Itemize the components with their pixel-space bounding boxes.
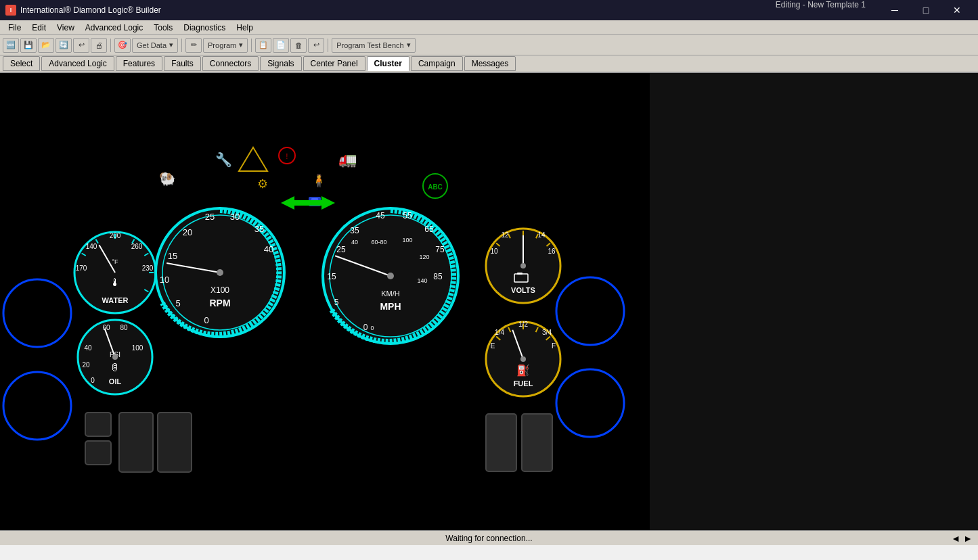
ptb-arrow: ▾ [407,41,411,49]
statusbar: Waiting for connection... ◄ ► [0,530,978,545]
close-button[interactable]: ✕ [941,0,973,20]
svg-text:16: 16 [548,248,556,255]
rpm-gauge: 20 25 30 35 40 15 10 5 0 X100 RPM [156,208,284,337]
dash-btn-6[interactable] [522,414,552,471]
status-icon-right: ► [963,533,973,544]
svg-text:120: 120 [419,254,429,260]
svg-text:230: 230 [142,264,154,272]
svg-text:35: 35 [350,226,359,235]
svg-text:100: 100 [132,344,143,352]
svg-text:VOLTS: VOLTS [511,286,535,294]
svg-text:10: 10 [490,248,498,255]
menu-tools[interactable]: Tools [148,22,178,34]
dash-btn-1[interactable] [85,413,111,436]
tab-select[interactable]: Select [3,56,40,71]
svg-text:10: 10 [160,275,169,285]
dash-btn-2[interactable] [85,441,111,465]
get-data-button[interactable]: Get Data ▾ [132,38,178,53]
svg-text:20: 20 [183,227,192,237]
svg-text:75: 75 [435,245,445,254]
dash-btn-4[interactable] [158,413,192,472]
engine-light-icon: ⚙ [257,177,268,191]
menu-help[interactable]: Help [231,22,259,34]
svg-text:30: 30 [230,212,240,222]
svg-text:140: 140 [86,243,97,250]
dash-btn-5[interactable] [486,414,516,471]
svg-point-69 [112,354,118,360]
svg-text:🛢: 🛢 [110,362,120,373]
sep1 [110,39,111,52]
sep3 [251,39,252,52]
tab-connectors[interactable]: Connectors [202,56,259,71]
tab-advanced-logic[interactable]: Advanced Logic [41,56,114,71]
svg-text:OIL: OIL [109,377,122,386]
tab-signals[interactable]: Signals [260,56,301,71]
paste-button[interactable]: 📄 [273,38,289,53]
open-button[interactable]: 📂 [38,38,54,53]
program-test-bench-button[interactable]: Program Test Bench ▾ [332,38,415,53]
svg-text:0: 0 [91,377,95,384]
svg-text:35: 35 [254,224,264,234]
svg-text:MPH: MPH [380,301,401,312]
menubar: File Edit View Advanced Logic Tools Diag… [0,20,978,35]
svg-text:5: 5 [334,298,339,307]
dash-btn-3[interactable] [119,413,153,472]
svg-text:60-80: 60-80 [371,239,386,246]
svg-point-47 [387,273,394,279]
undo-button[interactable]: ↩ [308,38,324,53]
sep2 [181,39,182,52]
sep4 [328,39,328,52]
tab-campaign[interactable]: Campaign [411,56,463,71]
svg-text:1/2: 1/2 [518,321,528,328]
svg-text:0: 0 [370,325,374,331]
volts-gauge: 10 12 14 16 VOLTS [486,229,560,303]
back-button[interactable]: ↩ [73,38,89,53]
svg-text:40: 40 [264,244,273,254]
tab-center-panel[interactable]: Center Panel [303,56,365,71]
save-button[interactable]: 💾 [20,38,37,53]
maximize-button[interactable]: □ [910,0,941,20]
svg-text:45: 45 [376,211,385,220]
edit-button[interactable]: ✏ [185,38,202,53]
get-data-label: Get Data [137,41,166,49]
tab-cluster[interactable]: Cluster [367,56,409,71]
red-warning-text: ! [286,153,288,160]
svg-text:200: 200 [110,232,121,239]
svg-text:260: 260 [131,243,143,250]
status-icons: ◄ ► [951,533,973,544]
app-icon: I [5,5,16,16]
ptb-label: Program Test Bench [336,41,403,49]
minimize-button[interactable]: ─ [879,0,910,20]
new-button[interactable]: 🆕 [3,38,19,53]
svg-text:170: 170 [76,264,87,272]
svg-text:80: 80 [120,324,128,331]
tab-faults[interactable]: Faults [164,56,201,71]
tab-features[interactable]: Features [116,56,162,71]
menu-edit[interactable]: Edit [26,22,51,34]
svg-rect-54 [517,273,523,275]
delete-button[interactable]: 🗑 [290,38,307,53]
svg-text:40: 40 [84,344,92,352]
svg-text:3/4: 3/4 [542,329,552,336]
menu-diagnostics[interactable]: Diagnostics [178,22,231,34]
svg-text:25: 25 [336,245,346,254]
program-button[interactable]: Program ▾ [203,38,248,53]
menu-file[interactable]: File [3,22,26,34]
copy-button[interactable]: 📋 [255,38,271,53]
refresh-button[interactable]: 🔄 [55,38,72,53]
person-icon: 🧍 [311,173,327,188]
titlebar-left: I International® Diamond Logic® Builder [5,5,161,16]
wrench-icon: 🔧 [215,151,232,168]
svg-text:12: 12 [501,231,509,239]
menu-advanced-logic[interactable]: Advanced Logic [80,22,148,34]
svg-text:X100: X100 [210,285,229,295]
menu-view[interactable]: View [51,22,80,34]
svg-text:65: 65 [424,225,434,234]
status-icon-left: ◄ [951,533,960,544]
target-button[interactable]: 🎯 [114,38,131,53]
print-button[interactable]: 🖨 [91,38,107,53]
svg-text:40: 40 [351,239,358,246]
svg-text:F: F [552,342,556,350]
tab-messages[interactable]: Messages [464,56,516,71]
water-gauge: 140 170 200 230 260 °F 🌡 WATER [74,232,156,313]
